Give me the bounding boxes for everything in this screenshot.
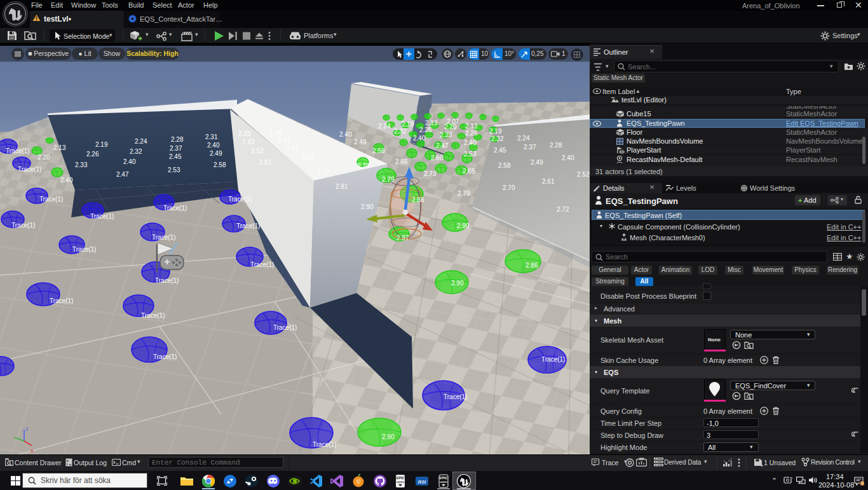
svg-text:Trace(1): Trace(1) — [153, 353, 177, 360]
svg-text:Trace(1): Trace(1) — [72, 246, 96, 253]
svg-text:2.47: 2.47 — [116, 171, 129, 178]
svg-text:2.24: 2.24 — [517, 135, 530, 142]
svg-text:2.66: 2.66 — [395, 158, 408, 165]
svg-text:2.26: 2.26 — [419, 126, 432, 133]
svg-text:Trace(1): Trace(1) — [273, 324, 297, 331]
svg-text:Trace(1): Trace(1) — [313, 441, 336, 448]
svg-text:z: z — [25, 426, 29, 432]
svg-text:2.53: 2.53 — [286, 144, 299, 151]
svg-text:x: x — [31, 447, 34, 454]
svg-text:2.32: 2.32 — [394, 128, 407, 135]
svg-text:2.13: 2.13 — [465, 123, 478, 130]
svg-text:2.90: 2.90 — [382, 433, 395, 440]
svg-text:Trace(1): Trace(1) — [50, 297, 73, 304]
svg-text:2.49: 2.49 — [531, 159, 543, 166]
svg-text:2.37: 2.37 — [524, 144, 536, 151]
svg-text:2.20: 2.20 — [444, 123, 457, 130]
svg-text:2.73: 2.73 — [424, 170, 437, 177]
svg-text:Trace(1): Trace(1) — [541, 356, 565, 363]
svg-text:Trace(1): Trace(1) — [90, 213, 114, 220]
svg-text:2.40: 2.40 — [562, 154, 574, 161]
svg-text:2.58: 2.58 — [498, 162, 511, 169]
svg-text:RSI: RSI — [418, 479, 426, 485]
svg-text:2.70: 2.70 — [503, 184, 515, 191]
svg-text:2.40: 2.40 — [413, 135, 426, 142]
svg-text:2.72: 2.72 — [557, 206, 569, 213]
svg-text:2.86: 2.86 — [412, 196, 424, 203]
svg-text:Trace(1): Trace(1) — [228, 196, 252, 203]
svg-text:Trace(1): Trace(1) — [141, 312, 165, 319]
svg-text:2.40: 2.40 — [207, 142, 220, 149]
svg-text:2.45: 2.45 — [169, 153, 182, 160]
svg-text:Trace(1): Trace(1) — [444, 393, 467, 400]
svg-text:2.32: 2.32 — [491, 135, 504, 142]
svg-text:2.26: 2.26 — [86, 151, 99, 158]
svg-text:2.97: 2.97 — [397, 235, 409, 242]
svg-text:2.28: 2.28 — [550, 142, 562, 149]
svg-text:2.33: 2.33 — [75, 161, 88, 168]
svg-text:2.90: 2.90 — [457, 222, 470, 229]
svg-text:2.90: 2.90 — [451, 280, 464, 287]
svg-text:2.40: 2.40 — [60, 177, 73, 184]
svg-text:2.13: 2.13 — [53, 144, 66, 151]
svg-text:Trace(1): Trace(1) — [152, 234, 175, 241]
svg-text:2.19: 2.19 — [95, 141, 108, 148]
svg-text:2.79: 2.79 — [382, 176, 395, 183]
svg-text:2.40: 2.40 — [123, 158, 136, 165]
svg-text:2.19: 2.19 — [402, 121, 414, 128]
svg-text:2.33: 2.33 — [238, 130, 251, 137]
svg-text:2.43: 2.43 — [278, 136, 290, 143]
svg-text:2.40: 2.40 — [339, 131, 352, 138]
svg-text:2.58: 2.58 — [214, 161, 226, 168]
svg-text:Trace(1): Trace(1) — [6, 147, 29, 154]
svg-text:2.58: 2.58 — [372, 147, 385, 154]
svg-text:2.86: 2.86 — [526, 262, 538, 269]
svg-text:2.31: 2.31 — [205, 133, 218, 140]
svg-text:2.90: 2.90 — [361, 203, 374, 210]
svg-text:2.49: 2.49 — [354, 139, 367, 146]
svg-text:2.28: 2.28 — [171, 136, 184, 143]
svg-text:Trace(1): Trace(1) — [11, 222, 35, 229]
svg-text:2.37: 2.37 — [170, 145, 182, 152]
svg-text:Trace(1): Trace(1) — [155, 277, 179, 284]
svg-text:Trace(1): Trace(1) — [163, 205, 187, 212]
svg-text:2.33: 2.33 — [440, 132, 452, 139]
svg-text:2.45: 2.45 — [494, 147, 506, 154]
svg-text:2.40: 2.40 — [464, 139, 477, 146]
svg-text:2.81: 2.81 — [336, 183, 348, 190]
svg-text:2.70: 2.70 — [357, 163, 370, 170]
svg-text:Trace(1): Trace(1) — [250, 261, 274, 268]
svg-text:2.26: 2.26 — [465, 130, 478, 137]
svg-text:2.24: 2.24 — [378, 123, 391, 130]
svg-text:2.13: 2.13 — [425, 119, 438, 126]
svg-text:DO: DO — [620, 150, 625, 154]
svg-text:Trace(1): Trace(1) — [236, 222, 260, 229]
svg-text:2.47: 2.47 — [436, 142, 449, 149]
svg-text:2.43: 2.43 — [242, 139, 255, 146]
svg-text:EPIC: EPIC — [440, 476, 448, 480]
svg-text:2.52: 2.52 — [577, 171, 590, 178]
svg-text:9: 9 — [861, 481, 864, 486]
svg-text:Trace(1): Trace(1) — [18, 166, 41, 173]
svg-text:2.65: 2.65 — [463, 168, 475, 175]
svg-text:2.20: 2.20 — [37, 154, 50, 161]
svg-text:GAMES: GAMES — [397, 481, 405, 484]
svg-text:Trace(1): Trace(1) — [39, 196, 63, 203]
svg-text:2.61: 2.61 — [542, 178, 555, 185]
svg-text:2.24: 2.24 — [135, 138, 147, 145]
svg-text:2.32: 2.32 — [130, 148, 142, 155]
svg-text:2.62: 2.62 — [302, 154, 315, 161]
svg-text:2.53: 2.53 — [168, 167, 180, 174]
svg-text:GAMES: GAMES — [440, 481, 449, 484]
svg-text:2.60: 2.60 — [431, 154, 444, 161]
svg-text:2.49: 2.49 — [210, 150, 222, 157]
svg-text:2.53: 2.53 — [464, 151, 477, 158]
svg-text:EPIC: EPIC — [397, 476, 405, 480]
svg-text:2.61: 2.61 — [259, 159, 272, 166]
svg-text:2.79: 2.79 — [458, 190, 470, 197]
svg-text:2.72: 2.72 — [317, 168, 330, 175]
svg-text:2.52: 2.52 — [251, 147, 264, 154]
svg-text:2.19: 2.19 — [489, 128, 502, 135]
